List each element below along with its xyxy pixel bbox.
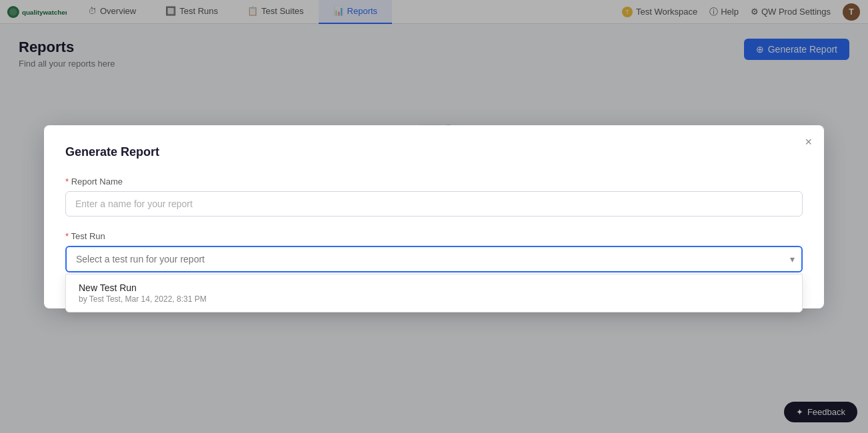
report-name-group: * Report Name [65, 177, 803, 217]
modal-close-button[interactable]: × [805, 136, 812, 148]
test-run-select[interactable] [65, 246, 803, 272]
dropdown-item-sub-0: by Test Test, Mar 14, 2022, 8:31 PM [79, 294, 791, 304]
test-run-select-wrapper: ▾ New Test Run by Test Test, Mar 14, 202… [65, 246, 803, 272]
modal-overlay[interactable]: Generate Report × * Report Name * Test R… [0, 0, 868, 433]
test-run-group: * Test Run ▾ New Test Run by Test Test, … [65, 231, 803, 272]
report-name-label: * Report Name [65, 177, 803, 187]
close-icon: × [805, 135, 812, 149]
test-run-label: * Test Run [65, 231, 803, 241]
dropdown-item-title-0: New Test Run [79, 282, 791, 293]
dropdown-item-0[interactable]: New Test Run by Test Test, Mar 14, 2022,… [66, 274, 802, 312]
generate-report-modal: Generate Report × * Report Name * Test R… [44, 125, 824, 308]
modal-title: Generate Report [65, 145, 803, 159]
test-run-dropdown: New Test Run by Test Test, Mar 14, 2022,… [65, 274, 803, 312]
report-name-input[interactable] [65, 191, 803, 217]
required-star: * [65, 177, 71, 187]
